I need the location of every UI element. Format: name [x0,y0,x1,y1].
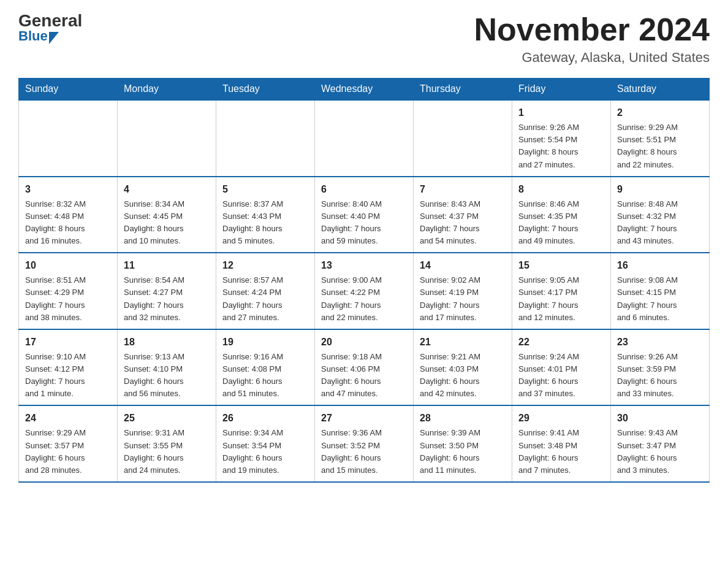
header-wednesday: Wednesday [315,79,414,101]
header-monday: Monday [118,79,216,101]
day-info: Sunrise: 9:02 AMSunset: 4:19 PMDaylight:… [420,274,506,324]
day-info: Sunrise: 8:51 AMSunset: 4:29 PMDaylight:… [25,274,111,324]
day-number: 16 [617,258,703,273]
calendar-cell: 30Sunrise: 9:43 AMSunset: 3:47 PMDayligh… [611,405,710,482]
logo: General Blue [18,12,82,43]
calendar-body: 1Sunrise: 9:26 AMSunset: 5:54 PMDaylight… [19,100,710,482]
day-number: 3 [25,182,111,197]
day-info: Sunrise: 8:34 AMSunset: 4:45 PMDaylight:… [124,198,210,248]
day-number: 9 [617,182,703,197]
day-number: 18 [124,335,210,350]
calendar-cell: 10Sunrise: 8:51 AMSunset: 4:29 PMDayligh… [19,253,118,329]
day-number: 26 [222,411,308,426]
calendar-week-row: 24Sunrise: 9:29 AMSunset: 3:57 PMDayligh… [19,405,710,482]
calendar-cell: 24Sunrise: 9:29 AMSunset: 3:57 PMDayligh… [19,405,118,482]
day-number: 25 [124,411,210,426]
calendar-cell [315,100,414,177]
calendar-cell: 2Sunrise: 9:29 AMSunset: 5:51 PMDaylight… [611,100,710,177]
day-info: Sunrise: 8:32 AMSunset: 4:48 PMDaylight:… [25,198,111,248]
day-number: 13 [321,258,407,273]
calendar-cell: 9Sunrise: 8:48 AMSunset: 4:32 PMDaylight… [611,177,710,253]
day-info: Sunrise: 8:46 AMSunset: 4:35 PMDaylight:… [518,198,604,248]
day-number: 17 [25,335,111,350]
day-number: 6 [321,182,407,197]
calendar-cell: 8Sunrise: 8:46 AMSunset: 4:35 PMDaylight… [512,177,611,253]
calendar-cell: 11Sunrise: 8:54 AMSunset: 4:27 PMDayligh… [118,253,216,329]
day-info: Sunrise: 9:41 AMSunset: 3:48 PMDaylight:… [518,427,604,477]
day-info: Sunrise: 9:16 AMSunset: 4:08 PMDaylight:… [222,351,308,400]
day-number: 10 [25,258,111,273]
header-tuesday: Tuesday [216,79,315,101]
day-info: Sunrise: 9:31 AMSunset: 3:55 PMDaylight:… [124,427,210,477]
calendar-cell [19,100,118,177]
calendar-cell: 4Sunrise: 8:34 AMSunset: 4:45 PMDaylight… [118,177,216,253]
day-number: 24 [25,411,111,426]
calendar-cell: 22Sunrise: 9:24 AMSunset: 4:01 PMDayligh… [512,329,611,406]
day-info: Sunrise: 9:13 AMSunset: 4:10 PMDaylight:… [124,351,210,400]
header-saturday: Saturday [611,79,710,101]
day-info: Sunrise: 8:43 AMSunset: 4:37 PMDaylight:… [420,198,506,248]
day-info: Sunrise: 9:21 AMSunset: 4:03 PMDaylight:… [420,351,506,400]
calendar-cell: 12Sunrise: 8:57 AMSunset: 4:24 PMDayligh… [216,253,315,329]
calendar-cell [216,100,315,177]
day-number: 11 [124,258,210,273]
calendar-cell: 1Sunrise: 9:26 AMSunset: 5:54 PMDaylight… [512,100,611,177]
day-number: 15 [518,258,604,273]
day-number: 27 [321,411,407,426]
day-info: Sunrise: 9:39 AMSunset: 3:50 PMDaylight:… [420,427,506,477]
calendar-cell: 20Sunrise: 9:18 AMSunset: 4:06 PMDayligh… [315,329,414,406]
day-info: Sunrise: 9:29 AMSunset: 5:51 PMDaylight:… [617,121,703,171]
calendar-cell: 29Sunrise: 9:41 AMSunset: 3:48 PMDayligh… [512,405,611,482]
day-number: 23 [617,335,703,350]
day-number: 14 [420,258,506,273]
page-header: General Blue November 2024 Gateway, Alas… [18,12,710,66]
day-info: Sunrise: 8:54 AMSunset: 4:27 PMDaylight:… [124,274,210,324]
calendar-week-row: 10Sunrise: 8:51 AMSunset: 4:29 PMDayligh… [19,253,710,329]
calendar-cell: 27Sunrise: 9:36 AMSunset: 3:52 PMDayligh… [315,405,414,482]
calendar-cell [414,100,512,177]
day-number: 1 [518,105,604,120]
day-info: Sunrise: 9:43 AMSunset: 3:47 PMDaylight:… [617,427,703,477]
calendar-cell: 21Sunrise: 9:21 AMSunset: 4:03 PMDayligh… [414,329,512,406]
header-thursday: Thursday [414,79,512,101]
calendar-cell: 6Sunrise: 8:40 AMSunset: 4:40 PMDaylight… [315,177,414,253]
calendar-week-row: 1Sunrise: 9:26 AMSunset: 5:54 PMDaylight… [19,100,710,177]
day-info: Sunrise: 9:18 AMSunset: 4:06 PMDaylight:… [321,351,407,400]
logo-arrow-icon [49,32,59,44]
calendar-cell: 15Sunrise: 9:05 AMSunset: 4:17 PMDayligh… [512,253,611,329]
calendar-cell: 25Sunrise: 9:31 AMSunset: 3:55 PMDayligh… [118,405,216,482]
calendar-table: Sunday Monday Tuesday Wednesday Thursday… [18,78,710,483]
calendar-week-row: 3Sunrise: 8:32 AMSunset: 4:48 PMDaylight… [19,177,710,253]
day-info: Sunrise: 8:40 AMSunset: 4:40 PMDaylight:… [321,198,407,248]
day-info: Sunrise: 8:48 AMSunset: 4:32 PMDaylight:… [617,198,703,248]
weekday-header-row: Sunday Monday Tuesday Wednesday Thursday… [19,79,710,101]
day-info: Sunrise: 9:10 AMSunset: 4:12 PMDaylight:… [25,351,111,400]
calendar-cell: 28Sunrise: 9:39 AMSunset: 3:50 PMDayligh… [414,405,512,482]
day-number: 8 [518,182,604,197]
header-friday: Friday [512,79,611,101]
day-info: Sunrise: 9:24 AMSunset: 4:01 PMDaylight:… [518,351,604,400]
calendar-cell: 3Sunrise: 8:32 AMSunset: 4:48 PMDaylight… [19,177,118,253]
calendar-cell: 13Sunrise: 9:00 AMSunset: 4:22 PMDayligh… [315,253,414,329]
day-number: 19 [222,335,308,350]
calendar-cell: 26Sunrise: 9:34 AMSunset: 3:54 PMDayligh… [216,405,315,482]
calendar-cell: 23Sunrise: 9:26 AMSunset: 3:59 PMDayligh… [611,329,710,406]
day-number: 5 [222,182,308,197]
calendar-cell: 14Sunrise: 9:02 AMSunset: 4:19 PMDayligh… [414,253,512,329]
calendar-cell: 7Sunrise: 8:43 AMSunset: 4:37 PMDaylight… [414,177,512,253]
calendar-cell [118,100,216,177]
calendar-cell: 18Sunrise: 9:13 AMSunset: 4:10 PMDayligh… [118,329,216,406]
location-subtitle: Gateway, Alaska, United States [474,50,710,66]
day-info: Sunrise: 9:05 AMSunset: 4:17 PMDaylight:… [518,274,604,324]
day-info: Sunrise: 9:34 AMSunset: 3:54 PMDaylight:… [222,427,308,477]
day-number: 22 [518,335,604,350]
day-info: Sunrise: 9:26 AMSunset: 3:59 PMDaylight:… [617,351,703,400]
calendar-header: Sunday Monday Tuesday Wednesday Thursday… [19,79,710,101]
logo-general-text: General [18,12,82,29]
logo-blue-text: Blue [18,29,82,43]
day-info: Sunrise: 9:00 AMSunset: 4:22 PMDaylight:… [321,274,407,324]
day-number: 29 [518,411,604,426]
month-title: November 2024 [474,12,710,47]
day-number: 7 [420,182,506,197]
calendar-cell: 16Sunrise: 9:08 AMSunset: 4:15 PMDayligh… [611,253,710,329]
